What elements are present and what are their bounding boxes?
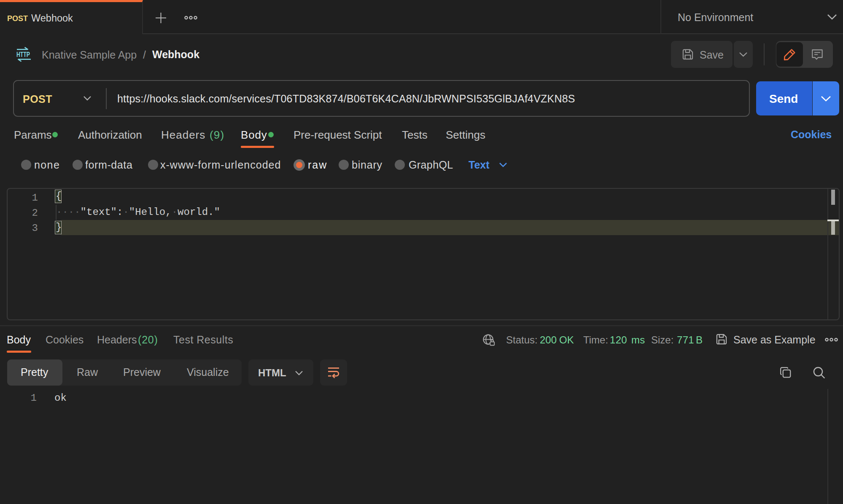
svg-text:HTTP: HTTP [16, 51, 30, 58]
